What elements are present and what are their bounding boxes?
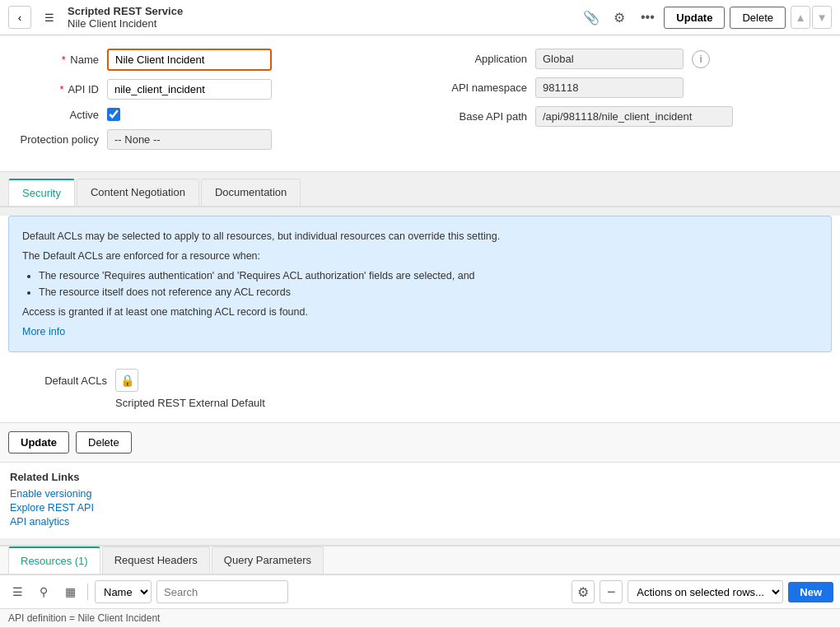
api-namespace-row: API namespace 981118 (436, 77, 824, 98)
tab-resources[interactable]: Resources (1) (8, 547, 100, 574)
grid-icon[interactable]: ▦ (59, 581, 81, 602)
name-input[interactable] (107, 49, 272, 71)
hamburger-icon[interactable]: ☰ (38, 6, 61, 29)
nav-arrows: ▲ ▼ (791, 6, 832, 29)
acl-label: Default ACLs (16, 374, 107, 387)
api-id-row: * API ID (16, 79, 404, 100)
more-options-icon[interactable]: ••• (636, 6, 659, 29)
action-buttons: Update Delete (0, 422, 840, 463)
tab-content-negotiation[interactable]: Content Negotiation (77, 179, 199, 206)
explore-rest-api-link[interactable]: Explore REST API (10, 502, 830, 514)
header-icons: 📎 ⚙ ••• Update Delete ▲ ▼ (580, 6, 832, 29)
resources-tabs: Resources (1) Request Headers Query Para… (0, 547, 840, 575)
api-id-label: * API ID (16, 83, 99, 95)
application-label: Application (436, 53, 527, 65)
filter-icon[interactable]: ⚲ (33, 581, 54, 602)
active-row: Active (16, 108, 404, 121)
base-api-path-value: /api/981118/nile_client_incident (535, 106, 733, 127)
security-bullet2: The resource itself does not reference a… (39, 284, 818, 300)
column-select[interactable]: Name (95, 580, 152, 603)
hamburger-toolbar-icon[interactable]: ☰ (7, 581, 28, 602)
minus-icon[interactable]: − (600, 580, 623, 603)
protection-policy-value: -- None -- (107, 129, 272, 150)
header-title-sub: Nile Client Incident (68, 17, 573, 30)
resources-area: Resources (1) Request Headers Query Para… (0, 545, 840, 628)
security-info-line2: The Default ACLs are enforced for a reso… (22, 248, 818, 264)
form-left: * Name * API ID Active Protection policy… (16, 49, 404, 158)
related-links: Related Links Enable versioning Explore … (0, 463, 840, 538)
toolbar-sep1 (87, 584, 88, 600)
attachment-icon[interactable]: 📎 (580, 6, 603, 29)
delete-button[interactable]: Delete (730, 7, 786, 29)
header-title-main: Scripted REST Service (68, 5, 573, 17)
acl-lock-icon[interactable]: 🔒 (115, 369, 138, 392)
active-label: Active (16, 109, 99, 121)
info-icon[interactable]: i (692, 50, 710, 68)
base-api-path-row: Base API path /api/981118/nile_client_in… (436, 106, 824, 127)
security-info-line3: Access is granted if at least one matchi… (22, 304, 818, 320)
tab-security[interactable]: Security (8, 179, 75, 206)
tabs-container: Security Content Negotiation Documentati… (0, 179, 840, 207)
acl-row: Default ACLs 🔒 (16, 369, 824, 392)
form-area: * Name * API ID Active Protection policy… (0, 35, 840, 172)
back-button[interactable]: ‹ (8, 6, 31, 29)
tab-query-parameters[interactable]: Query Parameters (212, 547, 324, 574)
api-namespace-value: 981118 (535, 77, 684, 98)
security-info-bullets: The resource 'Requires authentication' a… (39, 267, 818, 300)
header-title: Scripted REST Service Nile Client Incide… (68, 5, 573, 30)
tab-documentation[interactable]: Documentation (201, 179, 301, 206)
security-info-box: Default ACLs may be selected to apply to… (8, 216, 832, 352)
protection-policy-row: Protection policy -- None -- (16, 129, 404, 150)
acl-section: Default ACLs 🔒 Scripted REST External De… (0, 361, 840, 422)
actions-select[interactable]: Actions on selected rows... (628, 580, 783, 603)
search-input[interactable] (156, 580, 288, 603)
more-info-link[interactable]: More info (22, 326, 65, 337)
header: ‹ ☰ Scripted REST Service Nile Client In… (0, 0, 840, 35)
required-star-api: * (59, 83, 63, 95)
related-links-title: Related Links (10, 471, 830, 483)
protection-policy-label: Protection policy (16, 133, 99, 146)
bottom-update-button[interactable]: Update (8, 431, 69, 454)
filter-info: API definition = Nile Client Incident (0, 609, 840, 628)
update-button[interactable]: Update (664, 7, 725, 29)
nav-down-button[interactable]: ▼ (812, 6, 832, 29)
new-button[interactable]: New (788, 582, 833, 602)
api-namespace-label: API namespace (436, 81, 527, 94)
settings-icon[interactable]: ⚙ (608, 6, 631, 29)
api-id-input[interactable] (107, 79, 272, 100)
table-toolbar: ☰ ⚲ ▦ Name ⚙ − Actions on selected rows.… (0, 575, 840, 609)
application-value: Global (535, 49, 684, 69)
acl-value: Scripted REST External Default (115, 397, 824, 409)
required-star-name: * (62, 53, 66, 66)
name-label: * Name (16, 53, 99, 66)
enable-versioning-link[interactable]: Enable versioning (10, 488, 830, 500)
bottom-delete-button[interactable]: Delete (76, 431, 132, 454)
gear-icon[interactable]: ⚙ (572, 580, 595, 603)
nav-up-button[interactable]: ▲ (791, 6, 810, 29)
tab-request-headers[interactable]: Request Headers (102, 547, 210, 574)
name-row: * Name (16, 49, 404, 71)
form-right: Application Global i API namespace 98111… (404, 49, 824, 158)
security-info-line1: Default ACLs may be selected to apply to… (22, 228, 818, 244)
api-analytics-link[interactable]: API analytics (10, 516, 830, 528)
application-row: Application Global i (436, 49, 824, 69)
base-api-path-label: Base API path (436, 110, 527, 123)
active-checkbox[interactable] (107, 108, 120, 121)
security-bullet1: The resource 'Requires authentication' a… (39, 267, 818, 284)
security-tab-content: Default ACLs may be selected to apply to… (0, 216, 840, 422)
